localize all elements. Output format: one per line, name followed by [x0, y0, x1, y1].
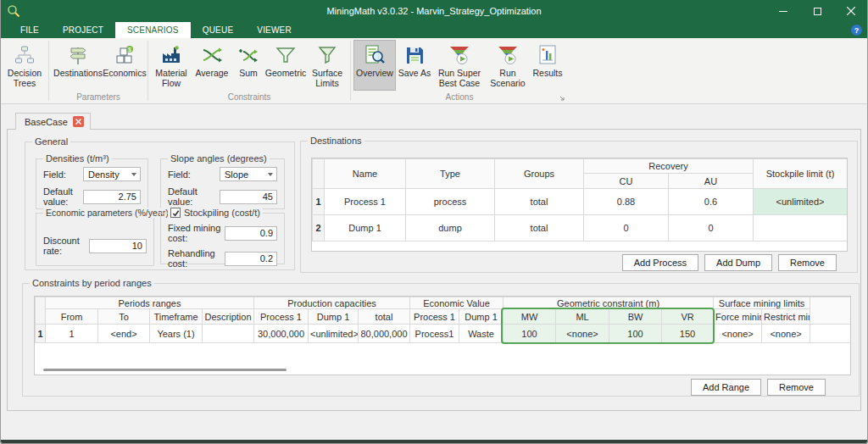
slope-field-label: Field: [168, 169, 191, 180]
prod-dump1-cell[interactable]: <unlimited> [309, 325, 359, 343]
row-number-header [313, 159, 325, 189]
groups-cell[interactable]: total [495, 189, 584, 215]
densities-field-label: Field: [43, 169, 66, 180]
timeframe-cell[interactable]: Years (1) [150, 325, 203, 343]
bw-cell[interactable]: 100 [609, 325, 662, 343]
description-cell[interactable] [203, 325, 254, 343]
remove-range-button[interactable]: Remove [767, 379, 826, 396]
help-icon[interactable]: ? [851, 25, 862, 36]
row-number-cell[interactable]: 1 [313, 189, 325, 215]
economics-button[interactable]: $ Economics [104, 40, 145, 91]
mw-cell[interactable]: 100 [504, 325, 556, 343]
run-scenario-button[interactable]: Run Scenario [486, 40, 530, 91]
col-header-bw: BW [609, 309, 662, 325]
run-super-best-case-label: Run Super Best Case [434, 68, 485, 88]
group-header-economic-value: Economic Value [410, 297, 504, 309]
material-flow-label: Material Flow [152, 68, 191, 88]
horizontal-scrollbar[interactable] [43, 369, 287, 371]
slope-field-select[interactable]: Slope [220, 167, 277, 181]
add-process-button[interactable]: Add Process [622, 254, 698, 271]
maximize-button[interactable] [800, 0, 834, 22]
group-header-periods-ranges: Periods ranges [46, 297, 254, 309]
average-label: Average [196, 68, 229, 78]
ev-process1-cell[interactable]: Process1 [410, 325, 459, 343]
add-dump-button[interactable]: Add Dump [704, 254, 772, 271]
average-button[interactable]: Average [192, 40, 232, 91]
stockpile-limit-cell[interactable]: <unlimited> [754, 189, 848, 215]
ev-dump1-cell[interactable]: Waste [459, 325, 504, 343]
menu-tab-scenarios[interactable]: SCENARIOS [115, 22, 191, 38]
cu-cell[interactable]: 0 [584, 215, 669, 241]
ribbon-group-constraints: Material Flow Average [149, 38, 349, 103]
general-groupbox: General Densities (t/m³) Field: Density … [25, 142, 295, 270]
save-as-icon [403, 43, 426, 67]
run-scenario-label: Run Scenario [487, 68, 529, 88]
menubar: FILE PROJECT SCENARIOS QUEUE VIEWER ? [0, 22, 868, 38]
prod-process1-cell[interactable]: 30,000,000 [254, 325, 309, 343]
au-cell[interactable]: 0 [669, 215, 754, 241]
groups-cell[interactable]: total [495, 215, 584, 241]
cu-cell[interactable]: 0.88 [584, 189, 669, 215]
window-bottom-edge [0, 440, 868, 444]
menu-tab-viewer[interactable]: VIEWER [245, 22, 303, 38]
tab-close-button[interactable] [73, 116, 84, 127]
stockpiling-checkbox[interactable] [170, 208, 181, 218]
material-flow-button[interactable]: Material Flow [151, 40, 192, 91]
type-cell[interactable]: process [406, 189, 495, 215]
run-super-best-case-icon [448, 43, 471, 67]
prod-total-cell[interactable]: 80,000,000 [359, 325, 410, 343]
close-button[interactable] [834, 0, 868, 22]
surface-limits-button[interactable]: Surface Limits [307, 40, 348, 91]
col-header-recovery: Recovery [584, 159, 754, 174]
geometric-button[interactable]: Geometric [264, 40, 307, 91]
actions-dialog-launcher-icon[interactable] [559, 95, 565, 102]
ml-cell[interactable]: <none> [556, 325, 609, 343]
discount-rate-input[interactable] [89, 239, 147, 253]
row-number-cell[interactable]: 2 [313, 215, 325, 241]
fixed-mining-cost-label: Fixed mining cost: [168, 223, 225, 243]
vr-cell[interactable]: 150 [662, 325, 714, 343]
run-super-best-case-button[interactable]: Run Super Best Case [433, 40, 486, 91]
decision-trees-button[interactable]: Decision Trees [3, 40, 46, 91]
overview-button[interactable]: Overview [353, 40, 396, 91]
overview-icon [363, 43, 387, 67]
force-mining-cell[interactable]: <none> [714, 325, 762, 343]
menu-tab-project[interactable]: PROJECT [51, 22, 115, 38]
from-cell[interactable]: 1 [46, 325, 98, 343]
svg-text:$: $ [128, 47, 131, 53]
add-range-button[interactable]: Add Range [691, 379, 761, 396]
group-header-geometric-constraint: Geometric constraint (m) [504, 297, 714, 309]
rehandling-cost-input[interactable] [225, 252, 277, 266]
stockpile-limit-cell[interactable] [754, 215, 848, 241]
menu-tab-queue[interactable]: QUEUE [191, 22, 246, 38]
minimize-button[interactable] [766, 0, 800, 22]
maximize-icon [814, 8, 821, 15]
remove-destination-button[interactable]: Remove [778, 254, 837, 271]
destinations-button[interactable]: Destinations [52, 40, 104, 91]
save-as-button[interactable]: Save As [396, 40, 433, 91]
results-button[interactable]: Results [530, 40, 565, 91]
type-cell[interactable]: dump [406, 215, 495, 241]
document-tab-basecase[interactable]: BaseCase [15, 113, 91, 130]
fixed-mining-cost-input[interactable] [225, 226, 277, 241]
group-label-actions: Actions [353, 92, 565, 103]
restrict-mining-cell[interactable]: <none> [762, 325, 810, 343]
name-cell[interactable]: Dump 1 [325, 215, 406, 241]
sum-button[interactable]: Sum [232, 40, 264, 91]
densities-field-select[interactable]: Density [83, 167, 141, 181]
menu-tab-file[interactable]: FILE [8, 22, 51, 38]
row-number-cell[interactable]: 1 [36, 325, 46, 343]
to-cell[interactable]: <end> [98, 325, 150, 343]
col-header-groups: Groups [495, 159, 584, 189]
name-cell[interactable]: Process 1 [325, 189, 406, 215]
slope-default-input[interactable] [220, 190, 277, 204]
ribbon-group-decision-trees: Decision Trees [2, 38, 47, 103]
au-cell[interactable]: 0.6 [669, 189, 754, 215]
app-logo-icon [6, 3, 21, 19]
geometric-label: Geometric [265, 68, 306, 78]
densities-default-input[interactable] [83, 190, 141, 204]
economic-group-title: Economic parameters (%/year) [43, 208, 171, 218]
close-icon [847, 7, 855, 15]
overview-label: Overview [356, 68, 393, 78]
stockpiling-group-title: Stockpiling (cost/t) [184, 208, 260, 218]
